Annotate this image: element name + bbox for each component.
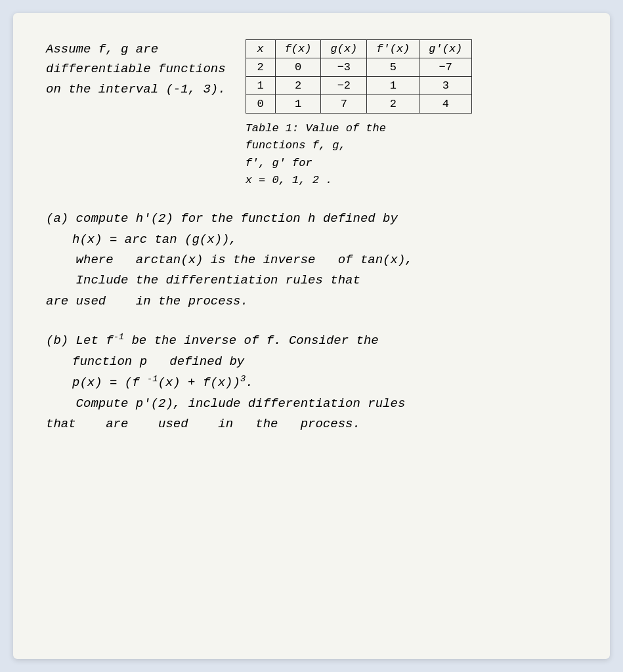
cell-g-2: 7 bbox=[321, 95, 367, 114]
cell-fp-2: 2 bbox=[367, 95, 419, 114]
part-b-section: (b) Let f-1 be the inverse of f. Conside… bbox=[46, 330, 577, 434]
col-header-gx: g(x) bbox=[321, 40, 367, 58]
cell-f-1: 2 bbox=[275, 77, 321, 95]
caption-line4: x = 0, 1, 2 . bbox=[246, 172, 577, 189]
cell-f-2: 1 bbox=[275, 95, 321, 114]
part-b-line1: (b) Let f-1 be the inverse of f. Conside… bbox=[46, 330, 577, 352]
cell-gp-2: 4 bbox=[419, 95, 472, 114]
values-table: x f(x) g(x) f'(x) g'(x) 2 0 −3 5 −7 bbox=[246, 39, 473, 114]
col-header-gpx: g'(x) bbox=[419, 40, 472, 58]
part-a-label: (a) compute h'(2) for the function h def… bbox=[46, 211, 398, 226]
cell-fp-1: 1 bbox=[367, 77, 419, 95]
table-row: 0 1 7 2 4 bbox=[246, 95, 472, 114]
table-caption: Table 1: Value of the functions f, g, f'… bbox=[246, 120, 577, 189]
part-b-line3: p(x) = (f -1(x) + f(x))3. bbox=[72, 372, 577, 394]
table-row: 2 0 −3 5 −7 bbox=[246, 58, 472, 77]
main-page: Assume f, g are differentiable functions… bbox=[13, 13, 610, 659]
part-b-line2: function p defined by bbox=[72, 352, 577, 372]
table-section: x f(x) g(x) f'(x) g'(x) 2 0 −3 5 −7 bbox=[246, 39, 577, 189]
top-section: Assume f, g are differentiable functions… bbox=[46, 39, 577, 189]
col-header-fpx: f'(x) bbox=[367, 40, 419, 58]
col-header-x: x bbox=[246, 40, 275, 58]
part-a-line5: are used in the process. bbox=[46, 291, 577, 312]
part-b-line4: Compute p'(2), include differentiation r… bbox=[46, 394, 577, 414]
cell-x-2: 0 bbox=[246, 95, 275, 114]
cell-gp-1: 3 bbox=[419, 77, 472, 95]
assume-block: Assume f, g are differentiable functions… bbox=[46, 39, 226, 99]
cell-fp-0: 5 bbox=[367, 58, 419, 77]
cell-g-0: −3 bbox=[321, 58, 367, 77]
part-b-line5: that are used in the process. bbox=[46, 414, 577, 434]
part-a-line2: h(x) = arc tan (g(x)), bbox=[72, 230, 577, 250]
part-a-line4: Include the differentiation rules that bbox=[46, 270, 577, 291]
assume-line1: Assume f, g are bbox=[46, 39, 226, 59]
part-a-section: (a) compute h'(2) for the function h def… bbox=[46, 209, 577, 312]
caption-line1: Table 1: Value of the bbox=[246, 120, 577, 137]
cell-x-1: 1 bbox=[246, 77, 275, 95]
table-row: 1 2 −2 1 3 bbox=[246, 77, 472, 95]
part-a-line3: where arctan(x) is the inverse of tan(x)… bbox=[46, 250, 577, 270]
cell-x-0: 2 bbox=[246, 58, 275, 77]
col-header-fx: f(x) bbox=[275, 40, 321, 58]
cell-f-0: 0 bbox=[275, 58, 321, 77]
assume-line2: differentiable functions bbox=[46, 59, 226, 79]
caption-line3: f', g' for bbox=[246, 155, 577, 172]
part-a-line1: (a) compute h'(2) for the function h def… bbox=[46, 209, 577, 229]
assume-line3: on the interval (-1, 3). bbox=[46, 79, 226, 99]
cell-gp-0: −7 bbox=[419, 58, 472, 77]
caption-line2: functions f, g, bbox=[246, 137, 577, 154]
cell-g-1: −2 bbox=[321, 77, 367, 95]
